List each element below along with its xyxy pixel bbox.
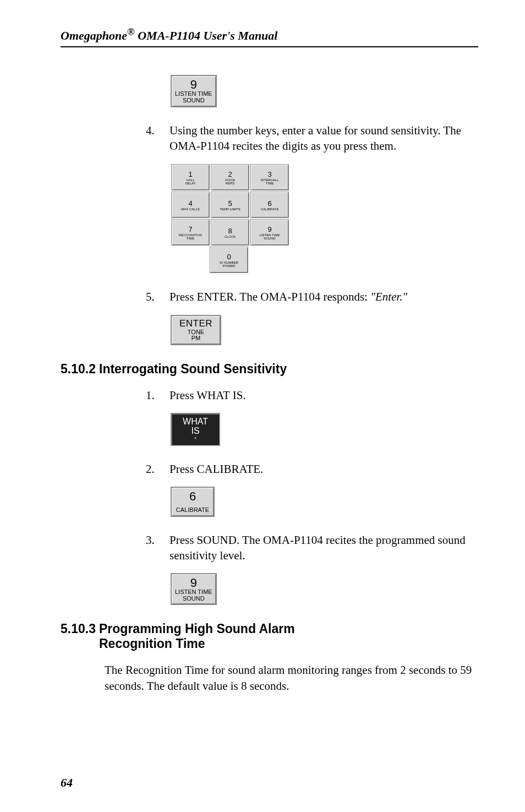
section-title-line2: Recognition Time	[99, 636, 205, 651]
key-enter: ENTER TONE PM	[171, 315, 221, 345]
section-5-10-3-heading: 5.10.3Programming High Sound Alarm Recog…	[61, 622, 478, 651]
section-number: 5.10.2	[61, 362, 99, 377]
step-5: 5. Press ENTER. The OMA-P1104 responds: …	[146, 289, 478, 304]
keypad-num: 8	[228, 227, 232, 235]
step-number: 3.	[146, 532, 156, 564]
page-number: 64	[61, 776, 73, 790]
keypad-key: 6CALIBRATE	[250, 192, 289, 218]
section-title: Interrogating Sound Sensitivity	[99, 362, 287, 376]
keypad-label: MAX CALLS	[181, 208, 200, 211]
rh-pre: Omegaphone	[61, 29, 127, 42]
step-3: 3. Press SOUND. The OMA-P1104 recites th…	[146, 532, 478, 564]
keypad-num: 2	[228, 170, 232, 178]
keypad-key: 7RECOGNITIONTIME	[171, 219, 210, 246]
keypad-label: CALLDELAY	[185, 178, 195, 185]
step-number: 5.	[146, 289, 156, 304]
step-text: Using the number keys, enter a value for…	[169, 123, 478, 154]
key-main: ENTER	[179, 318, 212, 329]
key-what-is: WHAT IS *	[171, 413, 220, 446]
section-5-10-3-body: The Recognition Time for sound alarm mon…	[105, 662, 478, 694]
keypad-num: 5	[228, 199, 232, 208]
section-title-line1: Programming High Sound Alarm	[99, 622, 295, 636]
section-5-10-2-heading: 5.10.2Interrogating Sound Sensitivity	[61, 362, 478, 377]
keypad-key: 9LISTEN TIMESOUND	[250, 219, 289, 246]
keypad-label: RECOGNITIONTIME	[179, 233, 202, 240]
keypad-num: 0	[227, 253, 231, 261]
key-main: 6	[189, 489, 196, 503]
keypad-label: TEMP LIMITS	[220, 208, 240, 211]
keypad-key: 2VOICEREPS	[211, 164, 249, 190]
key-sub2: SOUND	[175, 97, 212, 104]
key-main: 9	[190, 576, 197, 590]
step-text: Press CALIBRATE.	[169, 461, 478, 477]
keypad-label: LISTEN TIMESOUND	[260, 233, 280, 240]
running-header: Omegaphone® OMA-P1104 User's Manual	[61, 26, 478, 43]
step5-em: "Enter."	[370, 290, 407, 303]
key-line1: WHAT	[176, 417, 215, 427]
keypad-key: 0ID NUMBERPOWER	[210, 247, 248, 273]
key-line2: IS	[176, 427, 215, 436]
step-1: 1. Press WHAT IS.	[146, 388, 478, 403]
key-star: *	[176, 436, 215, 442]
key-main: 9	[190, 78, 197, 91]
step-4: 4. Using the number keys, enter a value …	[146, 123, 478, 154]
keypad-label: INTERCALLTIME	[260, 178, 278, 185]
key-sub2: PM	[176, 335, 216, 342]
keypad-num: 7	[188, 225, 192, 233]
key-9-listen-sound-2: 9 LISTEN TIME SOUND	[171, 573, 217, 605]
number-keypad: 1CALLDELAY2VOICEREPS3INTERCALLTIME4MAX C…	[171, 164, 289, 274]
keypad-num: 1	[188, 170, 192, 178]
step5-pre: Press ENTER. The OMA-P1104 responds:	[169, 290, 370, 303]
key-6-calibrate: 6 CALIBRATE	[171, 487, 215, 517]
keypad-key: 4MAX CALLS	[171, 192, 210, 218]
step-number: 1.	[146, 388, 156, 403]
keypad-label: VOICEREPS	[225, 178, 236, 185]
keypad-key: 1CALLDELAY	[171, 164, 210, 190]
step-2: 2. Press CALIBRATE.	[146, 461, 478, 477]
key-9-listen-sound: 9 LISTEN TIME SOUND	[171, 75, 217, 107]
keypad-label: ID NUMBERPOWER	[220, 261, 238, 268]
keypad-num: 3	[267, 170, 271, 178]
step-number: 2.	[146, 461, 156, 477]
keypad-label: CALIBRATE	[261, 208, 279, 211]
key-sub2: SOUND	[175, 596, 212, 602]
rh-reg: ®	[127, 26, 135, 37]
step-text: Press ENTER. The OMA-P1104 responds: "En…	[169, 289, 478, 304]
keypad-num: 6	[267, 199, 271, 208]
keypad-key: 8CLOCK	[211, 219, 249, 246]
key-sub1: CALIBRATE	[175, 507, 210, 514]
step-text: Press SOUND. The OMA-P1104 recites the p…	[169, 532, 478, 564]
keypad-label: CLOCK	[225, 235, 236, 238]
keypad-key: 5TEMP LIMITS	[211, 192, 249, 218]
step-number: 4.	[146, 123, 156, 154]
step-text: Press WHAT IS.	[169, 388, 478, 403]
keypad-num: 4	[188, 199, 192, 208]
rh-post: OMA-P1104 User's Manual	[135, 29, 278, 42]
keypad-num: 9	[267, 225, 271, 233]
keypad-key: 3INTERCALLTIME	[250, 164, 289, 190]
header-rule	[61, 46, 478, 47]
section-number: 5.10.3	[61, 622, 99, 636]
